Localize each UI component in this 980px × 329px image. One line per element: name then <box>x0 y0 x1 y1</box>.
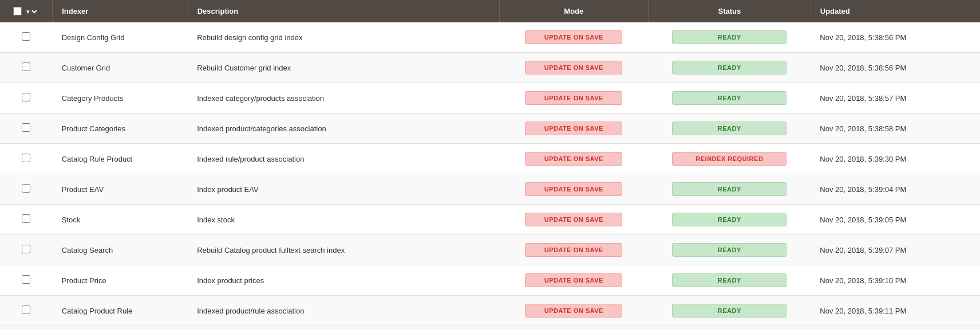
row-checkbox[interactable] <box>22 32 30 41</box>
status-badge: READY <box>672 182 787 196</box>
row-status: REINDEX REQUIRED <box>648 144 811 174</box>
status-badge: READY <box>672 30 787 44</box>
row-mode: UPDATE ON SAVE <box>499 53 648 83</box>
row-description: Indexed rule/product association <box>188 144 499 174</box>
status-badge: READY <box>672 243 787 257</box>
row-mode: UPDATE ON SAVE <box>499 265 648 296</box>
row-description: Index product EAV <box>188 174 499 205</box>
header-indexer: Indexer <box>53 0 188 22</box>
status-badge: READY <box>672 304 787 318</box>
row-checkbox-cell <box>0 22 53 53</box>
row-updated: Nov 20, 2018, 5:39:11 PM <box>811 296 980 326</box>
mode-badge[interactable]: UPDATE ON SAVE <box>525 91 622 105</box>
row-status: READY <box>648 174 811 205</box>
mode-badge[interactable]: UPDATE ON SAVE <box>525 122 622 135</box>
row-checkbox[interactable] <box>22 214 30 223</box>
header-status: Status <box>648 0 811 22</box>
row-mode: UPDATE ON SAVE <box>499 83 648 113</box>
row-status: READY <box>648 53 811 83</box>
row-updated: Nov 20, 2018, 5:39:07 PM <box>811 235 980 265</box>
select-all-dropdown[interactable]: ▾ <box>24 7 39 15</box>
mode-badge[interactable]: UPDATE ON SAVE <box>525 182 622 196</box>
row-status: READY <box>648 205 811 235</box>
row-status: READY <box>648 235 811 265</box>
row-indexer: Customer Grid <box>53 53 188 83</box>
row-indexer: Catalog Search <box>53 235 188 265</box>
row-indexer: Design Config Grid <box>53 22 188 53</box>
row-indexer: Catalog Rule Product <box>53 144 188 174</box>
table-row: Catalog SearchRebuild Catalog product fu… <box>0 235 980 265</box>
row-checkbox[interactable] <box>22 306 30 314</box>
status-badge: READY <box>672 213 787 226</box>
row-checkbox[interactable] <box>22 184 30 193</box>
header-mode: Mode <box>499 0 648 22</box>
row-description: Rebuild design config grid index <box>188 22 499 53</box>
row-indexer: Stock <box>53 205 188 235</box>
row-indexer: Product Price <box>53 265 188 296</box>
header-checkbox-cell: ▾ <box>0 0 53 22</box>
row-indexer: Category Products <box>53 83 188 113</box>
table-row: Product PriceIndex product pricesUPDATE … <box>0 265 980 296</box>
table-row: Customer GridRebuild Customer grid index… <box>0 53 980 83</box>
row-updated: Nov 20, 2018, 5:39:04 PM <box>811 174 980 205</box>
table-row: Catalog Product RuleIndexed product/rule… <box>0 296 980 326</box>
header-description: Description <box>188 0 499 22</box>
row-mode: UPDATE ON SAVE <box>499 144 648 174</box>
row-mode: UPDATE ON SAVE <box>499 174 648 205</box>
row-indexer: Catalog Product Rule <box>53 296 188 326</box>
row-checkbox[interactable] <box>22 93 30 101</box>
status-badge: READY <box>672 61 787 75</box>
header-checkbox-wrapper: ▾ <box>9 7 43 15</box>
row-indexer: Product EAV <box>53 174 188 205</box>
row-updated: Nov 20, 2018, 5:38:56 PM <box>811 53 980 83</box>
row-status: READY <box>648 83 811 113</box>
row-checkbox-cell <box>0 296 53 326</box>
row-status: READY <box>648 113 811 144</box>
table-row: Product EAVIndex product EAVUPDATE ON SA… <box>0 174 980 205</box>
mode-badge[interactable]: UPDATE ON SAVE <box>525 304 622 318</box>
row-mode: UPDATE ON SAVE <box>499 113 648 144</box>
row-checkbox[interactable] <box>22 154 30 162</box>
mode-badge[interactable]: UPDATE ON SAVE <box>525 152 622 166</box>
row-indexer: Product Categories <box>53 113 188 144</box>
table-row: StockIndex stockUPDATE ON SAVEREADYNov 2… <box>0 205 980 235</box>
row-description: Indexed product/rule association <box>188 296 499 326</box>
row-checkbox-cell <box>0 265 53 296</box>
status-badge: READY <box>672 122 787 135</box>
table-row: Product CategoriesIndexed product/catego… <box>0 113 980 144</box>
row-updated: Nov 20, 2018, 5:39:30 PM <box>811 144 980 174</box>
mode-badge[interactable]: UPDATE ON SAVE <box>525 213 622 226</box>
mode-badge[interactable]: UPDATE ON SAVE <box>525 30 622 44</box>
status-badge: REINDEX REQUIRED <box>672 152 787 166</box>
table-header-row: ▾ Indexer Description Mode Status Up <box>0 0 980 22</box>
mode-badge[interactable]: UPDATE ON SAVE <box>525 61 622 75</box>
status-badge: READY <box>672 273 787 287</box>
row-checkbox-cell <box>0 235 53 265</box>
row-updated: Nov 20, 2018, 5:39:05 PM <box>811 205 980 235</box>
row-checkbox-cell <box>0 113 53 144</box>
row-checkbox-cell <box>0 83 53 113</box>
row-checkbox[interactable] <box>22 62 30 71</box>
header-updated: Updated <box>811 0 980 22</box>
row-mode: UPDATE ON SAVE <box>499 235 648 265</box>
row-description: Indexed category/products association <box>188 83 499 113</box>
row-description: Indexed product/categories association <box>188 113 499 144</box>
indexer-table: ▾ Indexer Description Mode Status Up <box>0 0 980 326</box>
select-all-checkbox[interactable] <box>13 7 22 15</box>
row-status: READY <box>648 22 811 53</box>
row-updated: Nov 20, 2018, 5:39:10 PM <box>811 265 980 296</box>
row-checkbox-cell <box>0 53 53 83</box>
row-description: Index stock <box>188 205 499 235</box>
row-checkbox[interactable] <box>22 275 30 284</box>
row-mode: UPDATE ON SAVE <box>499 296 648 326</box>
table-body: Design Config GridRebuild design config … <box>0 22 980 326</box>
table-row: Catalog Rule ProductIndexed rule/product… <box>0 144 980 174</box>
row-checkbox-cell <box>0 174 53 205</box>
mode-badge[interactable]: UPDATE ON SAVE <box>525 243 622 257</box>
mode-badge[interactable]: UPDATE ON SAVE <box>525 273 622 287</box>
row-checkbox-cell <box>0 205 53 235</box>
row-checkbox[interactable] <box>22 123 30 132</box>
row-checkbox-cell <box>0 144 53 174</box>
row-checkbox[interactable] <box>22 245 30 253</box>
row-description: Rebuild Customer grid index <box>188 53 499 83</box>
